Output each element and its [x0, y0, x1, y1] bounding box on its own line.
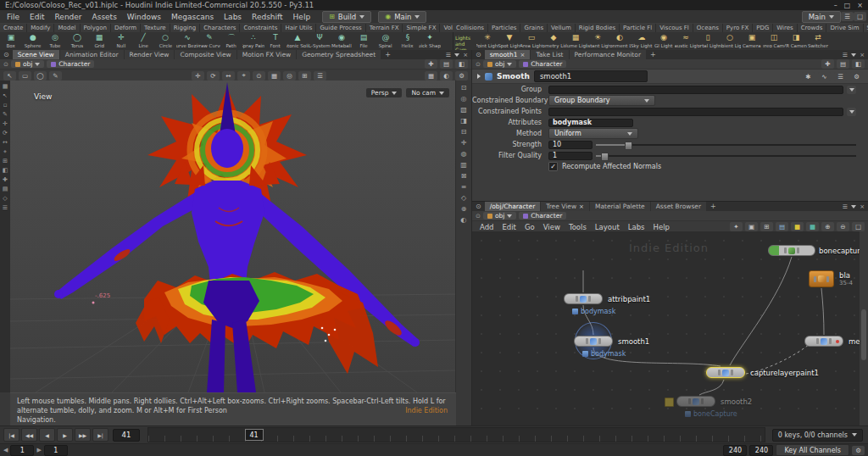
node-input-flag[interactable]	[586, 338, 588, 344]
tools-icon[interactable]: ✦	[730, 222, 743, 231]
new-tab-button[interactable]: +	[647, 50, 659, 59]
node-blast[interactable]: bla 35-4	[809, 270, 848, 281]
select-icon[interactable]: ↖	[3, 92, 8, 100]
shade-mode-icon[interactable]: ▧	[460, 106, 467, 114]
network-menu-item[interactable]: View	[539, 223, 565, 231]
settings-icon[interactable]: ⚙	[455, 71, 468, 81]
panel-icon[interactable]: ▤	[837, 59, 849, 69]
contrast-icon[interactable]: ◐	[461, 216, 467, 225]
axis-icon[interactable]: ✛	[461, 139, 467, 147]
panel-icon[interactable]: ▤	[3, 186, 8, 193]
shelf-tool[interactable]: ✎ Draw Curve	[198, 32, 220, 51]
filter-quality-slider-handle[interactable]	[601, 153, 609, 161]
range-step-back-icon[interactable]: ◀	[3, 447, 8, 453]
shelf-tab[interactable]: Simple FX	[403, 24, 440, 32]
help-icon[interactable]: □	[854, 12, 866, 21]
strength-input[interactable]: 10	[548, 141, 593, 149]
constrained-points-input[interactable]	[548, 108, 843, 116]
shelf-tool[interactable]: ⇄ Switcher	[807, 32, 829, 51]
shelf-tool[interactable]: @ Spiral	[375, 32, 397, 51]
close-tab-icon[interactable]: ×	[579, 203, 584, 210]
scale-icon[interactable]: ↔	[3, 139, 8, 147]
recompute-normals-checkbox[interactable]: ✓	[548, 162, 558, 171]
network-menu-item[interactable]: Edit	[498, 223, 520, 231]
pane-menu-icon[interactable]: ☰	[843, 203, 848, 210]
node-input-flag[interactable]	[784, 247, 787, 253]
node-input-flag[interactable]	[688, 398, 691, 404]
shelf-tool[interactable]: ✳ Point Light	[476, 32, 498, 51]
shelf-tool[interactable]: ≈ Caustic Light	[675, 32, 697, 51]
menu-item[interactable]: Assets	[87, 13, 122, 21]
draw-icon[interactable]: ✎	[3, 111, 8, 119]
node-input-flag[interactable]	[576, 296, 578, 302]
chevron-down-icon[interactable]	[851, 53, 856, 57]
shelf-tab[interactable]: Hair Utils	[281, 24, 316, 32]
network-scrollbar[interactable]	[860, 231, 868, 425]
current-frame-marker[interactable]: 41	[245, 429, 264, 441]
pane-tab[interactable]: Composite View ×	[175, 50, 236, 59]
pin-icon[interactable]: ⊙	[472, 202, 485, 211]
pin-icon[interactable]: ⊙	[472, 50, 485, 59]
shelf-tool[interactable]: ◉ GI Light	[653, 32, 675, 51]
expand-icon[interactable]	[477, 74, 481, 79]
node-output-flag[interactable]	[797, 247, 799, 253]
pin-icon[interactable]: ⊙	[476, 213, 481, 220]
shelf-tab[interactable]: Create	[0, 24, 27, 32]
node-body[interactable]	[809, 270, 834, 287]
shelf-tool[interactable]: ⌒ Path	[220, 32, 242, 51]
network-canvas[interactable]: Indie Edition attribpain	[472, 231, 860, 425]
shelf-tool[interactable]: ▦ Grid	[88, 32, 110, 51]
pane-tab[interactable]: Motion FX View ×	[237, 50, 296, 59]
shelf-tool[interactable]: ◯ Torus	[66, 32, 88, 51]
shelf-tool[interactable]: ▤ File	[353, 32, 375, 51]
shelf-tab[interactable]: Guide Process	[316, 24, 365, 32]
node-output-flag[interactable]	[588, 296, 591, 302]
zoom-out-icon[interactable]: ⊖	[837, 222, 849, 231]
shelf-tab[interactable]: Particle Fl	[620, 24, 656, 32]
shelf-tool[interactable]: ╱ Line	[132, 32, 154, 51]
menu-item[interactable]: Windows	[122, 13, 166, 21]
new-tab-button[interactable]: +	[707, 202, 720, 211]
shelf-tab[interactable]: Texture	[141, 24, 170, 32]
node-output-flag[interactable]	[701, 398, 704, 404]
node-attribpaint1[interactable]: attribpaint1 bodymask	[564, 293, 603, 304]
strength-slider[interactable]	[596, 141, 856, 149]
shelf-tool[interactable]: ▣ Camera	[741, 32, 763, 51]
shelf-tool[interactable]: ✛ Null	[110, 32, 132, 51]
node-body[interactable]	[564, 293, 603, 304]
shelf-tool[interactable]: ☁ Sky Light	[631, 32, 653, 51]
menu-item[interactable]: File	[2, 13, 25, 21]
shelf-tool[interactable]: ● Sphere	[22, 32, 44, 51]
node-output-flag[interactable]	[829, 338, 832, 344]
pane-close-icon[interactable]: ×	[463, 52, 468, 58]
pane-tab[interactable]: Performance Monitor ×	[570, 50, 646, 59]
group-input[interactable]	[548, 86, 843, 94]
node-capturelayerpaint1[interactable]: capturelayerpaint1	[706, 367, 745, 378]
node-body[interactable]	[706, 367, 745, 378]
shelf-tool[interactable]: ▼ Spot Light	[498, 32, 520, 51]
pane-close-icon[interactable]: ×	[860, 52, 865, 58]
node-body[interactable]	[768, 245, 815, 256]
pane-tab[interactable]: Animation Editor ×	[60, 50, 124, 59]
menu-item[interactable]: Redshift	[247, 13, 288, 21]
menu-item[interactable]: Render	[50, 13, 87, 21]
shelf-tool[interactable]: ○ Circle	[154, 32, 176, 51]
filter-quality-input[interactable]: 1	[548, 152, 593, 160]
shelf-tool[interactable]: ○ Ambient Light	[719, 32, 741, 51]
shelf-tab[interactable]: Oceans	[693, 24, 723, 32]
menu-item[interactable]: Megascans	[166, 13, 219, 21]
pane-tab[interactable]: Asset Browser ×	[651, 202, 706, 211]
material-icon[interactable]: ◍	[461, 150, 467, 158]
points-select-button[interactable]	[847, 108, 856, 116]
pin-icon[interactable]: ⊙	[3, 61, 8, 68]
add-icon[interactable]: ✚	[425, 59, 437, 69]
pane-menu-icon[interactable]: ☰	[446, 52, 451, 58]
color-palette-teal-icon[interactable]: ■	[806, 222, 819, 231]
shelf-tab[interactable]: Modify	[27, 24, 54, 32]
constrained-boundary-dropdown[interactable]: Group Boundary	[548, 95, 655, 106]
attributes-input[interactable]: bodymask	[548, 119, 633, 127]
pin-icon[interactable]: ⊙	[0, 50, 13, 59]
network-menu-item[interactable]: Layout	[591, 223, 624, 231]
breadcrumb-node[interactable]: Character	[519, 212, 566, 220]
node-input-flag[interactable]	[816, 338, 819, 344]
